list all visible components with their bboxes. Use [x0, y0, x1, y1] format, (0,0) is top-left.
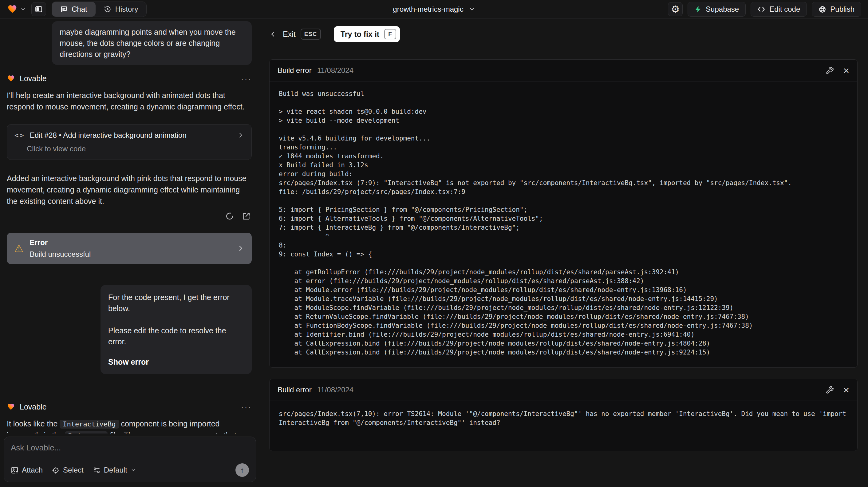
settings-button[interactable]: ⚙: [668, 2, 683, 16]
wrench-icon[interactable]: [826, 386, 834, 394]
user-text: For the code present, I get the error be…: [108, 292, 244, 314]
chevron-right-icon: [237, 245, 244, 252]
build-log: Build was unsuccessful > vite_react_shad…: [279, 89, 848, 357]
code-icon: <>: [14, 131, 25, 139]
message-options-button[interactable]: ···: [241, 75, 252, 83]
user-message: For the code present, I get the error be…: [100, 285, 252, 374]
gear-icon: ⚙: [671, 4, 680, 14]
lovable-heart-icon: [7, 403, 15, 411]
chat-scroll-area[interactable]: maybe diagramming points and when you mo…: [0, 19, 260, 433]
project-name: growth-metrics-magic: [393, 5, 463, 13]
panel-date: 11/08/2024: [317, 66, 353, 75]
publish-label: Publish: [830, 5, 855, 13]
select-button[interactable]: Select: [52, 466, 84, 475]
esc-key-badge: ESC: [301, 29, 321, 40]
show-error-link[interactable]: Show error: [108, 356, 244, 367]
f-key-badge: F: [384, 29, 396, 39]
error-mode-toolbar: Exit ESC Try to fix it F: [269, 26, 858, 42]
workspace: Exit ESC Try to fix it F Build error 11/…: [260, 19, 868, 487]
mode-label: Default: [104, 466, 127, 475]
chevron-left-icon: [269, 30, 277, 38]
assistant-message-header: Lovable ···: [7, 402, 252, 412]
edit-28-card[interactable]: <> Edit #28 • Add interactive background…: [7, 124, 252, 160]
attach-button[interactable]: Attach: [11, 466, 43, 475]
tab-history-label: History: [115, 5, 138, 13]
build-error-panel-1: Build error 11/08/2024 × Build was unsuc…: [269, 59, 858, 368]
try-to-fix-label: Try to fix it: [341, 30, 379, 39]
send-button[interactable]: ↑: [236, 463, 249, 477]
user-message: maybe diagramming points and when you mo…: [52, 21, 252, 65]
exit-button[interactable]: Exit: [269, 30, 296, 39]
build-log: src/pages/Index.tsx(7,10): error TS2614:…: [279, 409, 848, 427]
inline-code: Index.tsx: [65, 431, 107, 433]
build-error-card[interactable]: ⚠ Error Build unsuccessful: [7, 233, 252, 264]
edit-code-label: Edit code: [769, 5, 800, 13]
app-root: Chat History growth-metrics-magic ⚙: [0, 0, 868, 487]
panel-left-icon: [35, 5, 43, 13]
supabase-button[interactable]: Supabase: [688, 2, 746, 17]
warning-triangle-icon: ⚠: [14, 243, 23, 254]
try-to-fix-button[interactable]: Try to fix it F: [334, 26, 400, 42]
chevron-down-icon: [20, 6, 26, 12]
restore-icon[interactable]: [225, 212, 234, 220]
close-icon[interactable]: ×: [843, 65, 849, 75]
lovable-heart-icon: [7, 4, 18, 14]
chat-input[interactable]: [11, 443, 249, 459]
tab-history[interactable]: History: [96, 2, 147, 17]
inline-code: InteractiveBg: [60, 420, 119, 429]
lovable-logo-menu[interactable]: [7, 4, 26, 14]
sliders-icon: [93, 466, 100, 474]
edit-card-title: Edit #28 • Add interactive background an…: [30, 131, 187, 140]
chevron-down-icon: [469, 6, 475, 12]
open-external-icon[interactable]: [242, 212, 250, 220]
mode-dropdown[interactable]: Default: [93, 466, 136, 475]
topbar: Chat History growth-metrics-magic ⚙: [0, 0, 868, 19]
message-actions: [7, 212, 252, 220]
sidebar-toggle-button[interactable]: [31, 2, 46, 16]
assistant-text: Added an interactive background with pin…: [7, 173, 252, 207]
assistant-name: Lovable: [20, 74, 47, 83]
attach-label: Attach: [22, 466, 43, 475]
error-card-subtitle: Build unsuccessful: [30, 250, 91, 258]
chat-bubble-icon: [60, 5, 68, 13]
composer: Attach Select Default: [4, 436, 256, 482]
history-clock-icon: [104, 5, 111, 13]
supabase-bolt-icon: [694, 5, 702, 13]
assistant-text: It looks like the InteractiveBg componen…: [7, 418, 252, 433]
tab-chat[interactable]: Chat: [52, 2, 96, 17]
arrow-up-icon: ↑: [240, 466, 244, 474]
chat-panel: maybe diagramming points and when you mo…: [0, 19, 260, 487]
error-card-title: Error: [30, 238, 91, 247]
lovable-heart-icon: [7, 75, 15, 82]
select-label: Select: [63, 466, 84, 475]
tab-chat-label: Chat: [72, 5, 87, 13]
supabase-label: Supabase: [706, 5, 739, 13]
assistant-text: I'll help create an interactive backgrou…: [7, 90, 252, 113]
wrench-icon[interactable]: [826, 66, 834, 75]
code-brackets-icon: [757, 6, 765, 12]
close-icon[interactable]: ×: [843, 385, 849, 395]
chevron-down-icon: [131, 467, 136, 473]
view-tabs: Chat History: [52, 2, 147, 17]
globe-icon: [818, 5, 826, 13]
user-text: Please edit the code to resolve the erro…: [108, 325, 244, 347]
panel-header: Build error 11/08/2024 ×: [270, 60, 857, 82]
assistant-message-header: Lovable ···: [7, 74, 252, 83]
message-options-button[interactable]: ···: [241, 403, 252, 411]
select-target-icon: [52, 466, 60, 474]
build-error-panel-2: Build error 11/08/2024 × src/pages/Index…: [269, 379, 858, 451]
chevron-right-icon: [237, 132, 244, 139]
edit-card-subtitle: Click to view code: [27, 145, 244, 153]
assistant-name: Lovable: [20, 402, 47, 412]
panel-header: Build error 11/08/2024 ×: [270, 379, 857, 401]
panel-date: 11/08/2024: [317, 386, 353, 394]
exit-label: Exit: [283, 30, 296, 39]
publish-button[interactable]: Publish: [812, 2, 861, 17]
attach-image-icon: [11, 466, 19, 474]
project-switcher[interactable]: growth-metrics-magic: [393, 5, 475, 13]
panel-title: Build error: [278, 66, 312, 75]
edit-code-button[interactable]: Edit code: [751, 2, 807, 17]
panel-title: Build error: [278, 386, 312, 394]
